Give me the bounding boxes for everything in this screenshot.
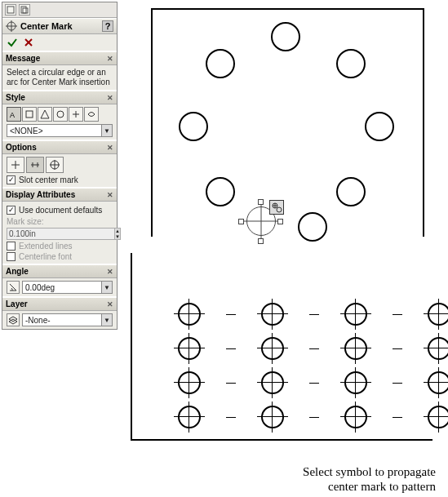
- drawing-view-radial: [151, 8, 424, 237]
- message-header[interactable]: Message ✕: [2, 51, 117, 65]
- angle-field[interactable]: 0.00deg ▼: [22, 281, 113, 294]
- options-toolbar: [7, 157, 113, 173]
- style-opt-2[interactable]: [22, 107, 37, 122]
- collapse-icon: ✕: [107, 191, 113, 199]
- style-opt-6[interactable]: [84, 107, 99, 122]
- hole-circle[interactable]: [298, 212, 327, 242]
- collapse-icon: ✕: [107, 94, 113, 102]
- hole-with-centermark[interactable]: [344, 405, 368, 429]
- hole-with-centermark[interactable]: [344, 371, 368, 395]
- mark-size-label: Mark size:: [7, 217, 113, 226]
- centermark-circular-button[interactable]: [46, 157, 64, 173]
- slot-center-mark-checkbox[interactable]: [7, 175, 16, 184]
- style-dropdown-value: <NONE>: [10, 126, 43, 135]
- collapse-icon: ✕: [107, 300, 113, 308]
- message-header-label: Message: [6, 54, 40, 63]
- hole-with-centermark[interactable]: [344, 336, 368, 361]
- style-opt-3[interactable]: [38, 107, 52, 122]
- hole-with-centermark[interactable]: [177, 405, 202, 429]
- hole-with-centermark[interactable]: [260, 302, 285, 326]
- svg-marker-10: [41, 110, 49, 118]
- spinner-icon: ▼: [101, 282, 112, 293]
- centerline-font-row: Centerline font: [7, 252, 113, 261]
- hole-with-centermark[interactable]: [427, 405, 448, 429]
- grid-row: [177, 336, 448, 361]
- use-document-defaults-checkbox[interactable]: [7, 206, 16, 215]
- angle-header-label: Angle: [6, 267, 29, 276]
- help-button[interactable]: ?: [102, 20, 113, 32]
- svg-rect-1: [21, 7, 26, 13]
- svg-rect-0: [7, 7, 14, 13]
- slot-center-mark-row[interactable]: Slot center mark: [7, 175, 113, 184]
- style-opt-5[interactable]: [69, 107, 83, 122]
- options-header-label: Options: [6, 143, 37, 152]
- mark-size-input: [7, 228, 115, 240]
- hole-circle[interactable]: [336, 177, 366, 206]
- hole-with-centermark[interactable]: [177, 336, 202, 361]
- caption-line-1: Select symbol to propagate: [303, 464, 436, 479]
- hole-circle[interactable]: [206, 49, 235, 78]
- layer-section: Layer ✕ -None- ▼: [2, 296, 117, 329]
- hole-circle[interactable]: [271, 22, 300, 51]
- angle-value: 0.00deg: [25, 283, 55, 292]
- centermark-single-button[interactable]: [7, 157, 24, 173]
- selection-handle[interactable]: [258, 238, 264, 244]
- propagate-symbol-button[interactable]: [269, 200, 284, 215]
- hole-with-centermark[interactable]: [260, 371, 285, 395]
- hole-with-centermark[interactable]: [427, 336, 448, 361]
- sheet-tab-icon[interactable]: [19, 4, 30, 16]
- mark-size-field: ▲▼: [7, 228, 113, 240]
- use-document-defaults-row[interactable]: Use document defaults: [7, 206, 113, 215]
- angle-header[interactable]: Angle ✕: [2, 264, 117, 278]
- style-header-label: Style: [6, 93, 25, 102]
- slot-center-mark-label: Slot center mark: [19, 175, 78, 184]
- style-header[interactable]: Style ✕: [2, 91, 117, 104]
- mark-size-spinner: ▲▼: [115, 228, 121, 240]
- style-dropdown[interactable]: <NONE> ▼: [7, 124, 113, 137]
- collapse-icon: ✕: [107, 268, 113, 276]
- centermark-linear-button[interactable]: [26, 157, 44, 173]
- hole-with-centermark[interactable]: [427, 302, 448, 326]
- style-opt-4[interactable]: [53, 107, 68, 122]
- message-text: Select a circular edge or an arc for Cen…: [7, 68, 113, 87]
- hole-with-centermark[interactable]: [177, 302, 202, 326]
- message-section: Message ✕ Select a circular edge or an a…: [2, 51, 117, 90]
- display-attributes-header[interactable]: Display Attributes ✕: [2, 188, 117, 202]
- ok-button[interactable]: [6, 36, 19, 49]
- confirm-cancel-row: [2, 34, 117, 51]
- center-mark-icon: [6, 20, 17, 32]
- layer-dropdown[interactable]: -None- ▼: [22, 313, 113, 326]
- hole-with-centermark[interactable]: [177, 371, 202, 395]
- caption-line-2: center mark to pattern: [303, 479, 436, 494]
- style-opt-1[interactable]: A: [7, 107, 21, 122]
- use-document-defaults-label: Use document defaults: [19, 206, 102, 215]
- panel-tabrow: [2, 2, 117, 18]
- feature-tab-icon[interactable]: [5, 4, 16, 16]
- layer-header[interactable]: Layer ✕: [2, 297, 117, 311]
- selection-handle[interactable]: [258, 199, 264, 205]
- panel-titlebar: Center Mark ?: [2, 18, 117, 34]
- svg-rect-9: [26, 111, 33, 118]
- options-header[interactable]: Options ✕: [2, 140, 117, 154]
- hole-with-centermark[interactable]: [260, 336, 285, 361]
- hole-circle[interactable]: [365, 112, 394, 141]
- hole-circle[interactable]: [336, 49, 366, 78]
- chevron-down-icon: ▼: [101, 314, 112, 326]
- grid-row: [177, 302, 448, 326]
- hole-circle[interactable]: [206, 177, 235, 206]
- cancel-button[interactable]: [22, 36, 35, 49]
- angle-section: Angle ✕ 0.00deg ▼: [2, 264, 117, 296]
- collapse-icon: ✕: [107, 55, 113, 63]
- hole-with-centermark[interactable]: [427, 371, 448, 395]
- options-section: Options ✕ Slot center mark: [2, 140, 117, 187]
- drawing-view-grid: [131, 253, 432, 441]
- style-toolbar: A: [7, 107, 113, 122]
- svg-point-27: [277, 207, 282, 212]
- hole-with-centermark[interactable]: [344, 302, 368, 326]
- selection-handle[interactable]: [277, 219, 283, 224]
- selection-handle[interactable]: [238, 219, 244, 224]
- panel-title: Center Mark: [20, 21, 73, 31]
- drawing-canvas[interactable]: [131, 8, 444, 456]
- hole-circle[interactable]: [179, 112, 208, 141]
- hole-with-centermark[interactable]: [260, 405, 285, 429]
